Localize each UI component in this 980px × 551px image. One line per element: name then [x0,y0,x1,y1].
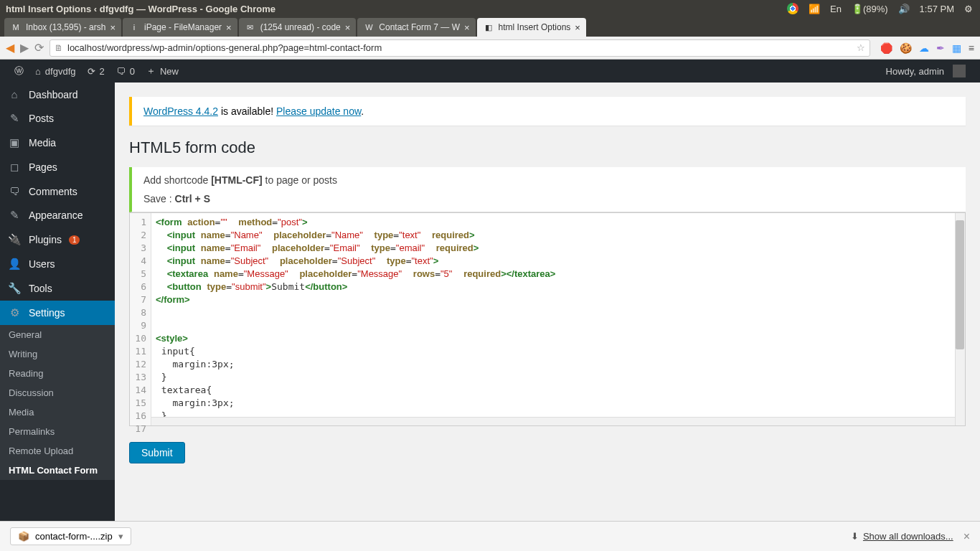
clock[interactable]: 1:57 PM [920,0,954,17]
sidebar-item-label: Appearance [29,209,83,221]
extension-icons: 🛑 🍪 ☁ ✒ ▦ ≡ [876,42,974,54]
feather-icon[interactable]: ✒ [936,42,945,54]
submenu-item[interactable]: Discussion [0,383,115,402]
sidebar-item-tools[interactable]: 🔧Tools [0,276,115,301]
submenu-item[interactable]: Permalinks [0,422,115,441]
sidebar-item-plugins[interactable]: 🔌Plugins 1 [0,227,115,252]
browser-tab[interactable]: ✉(1254 unread) - code× [239,18,357,37]
updates-link[interactable]: ⟳ 2 [82,66,110,77]
close-shelf-button[interactable]: × [963,530,970,543]
submenu-item[interactable]: General [0,325,115,344]
forward-button[interactable]: ▶ [20,41,29,55]
wifi-icon[interactable]: 📶 [809,0,820,17]
url-text: localhost/wordpress/wp-admin/options-gen… [67,42,382,53]
update-badge: 1 [69,235,80,245]
download-arrow-icon: ⬇ [851,531,859,542]
tab-label: (1254 unread) - code [260,22,341,32]
chrome-tab-strip: MInbox (13,595) - arsh×iiPage - FileMana… [0,17,980,37]
browser-tab[interactable]: ◧html Insert Options× [477,18,586,37]
bookmark-star-icon[interactable]: ☆ [857,42,865,53]
browser-tab[interactable]: WContact Form 7 — W× [357,18,475,37]
favicon-icon: ✉ [245,22,256,33]
code-area[interactable]: <form action="" method="post"> <input na… [151,213,965,425]
sidebar-item-label: Dashboard [29,89,78,100]
line-gutter: 1 2 3 4 5 6 7 8 9 10 11 12 13 14 15 16 1… [130,213,151,425]
address-bar[interactable]: 🗎 localhost/wordpress/wp-admin/options-g… [50,39,870,57]
tab-label: Contact Form 7 — W [379,22,460,32]
browser-tab[interactable]: iiPage - FileManager× [123,18,237,37]
cookie-icon[interactable]: 🍪 [900,42,912,54]
dashboard-icon: ⌂ [7,88,22,100]
sidebar-item-label: Settings [29,307,65,319]
wp-version-link[interactable]: WordPress 4.4.2 [143,105,218,117]
reload-button[interactable]: ⟳ [34,41,44,55]
comments-link[interactable]: 🗨 0 [110,66,141,77]
sidebar-item-pages[interactable]: ◻Pages [0,155,115,179]
sidebar-item-users[interactable]: 👤Users [0,252,115,276]
extension-icon[interactable]: ▦ [952,42,961,54]
browser-tab[interactable]: MInbox (13,595) - arsh× [4,18,121,37]
cloud-icon[interactable]: ☁ [919,42,929,54]
volume-icon[interactable]: 🔊 [898,0,910,17]
update-notice: WordPress 4.4.2 is available! Please upd… [129,97,966,126]
sidebar-item-media[interactable]: ▣Media [0,131,115,155]
submenu-item[interactable]: Remote Upload [0,441,115,461]
chrome-indicator-icon[interactable] [787,0,798,17]
download-item[interactable]: 📦 contact-form-....zip ▾ [10,527,131,545]
chevron-down-icon[interactable]: ▾ [118,531,123,542]
shortcode-info-box: Add shortcode [HTML-CF] to page or posts… [129,167,966,212]
submit-button[interactable]: Submit [129,442,185,463]
wp-logo[interactable]: ⓦ [9,65,29,77]
wp-admin-bar: ⓦ ⌂ dfgvdfg ⟳ 2 🗨 0 ＋ New Howdy, admin [0,60,980,83]
tab-label: iPage - FileManager [144,22,222,32]
sidebar-item-label: Plugins [29,234,62,245]
system-tray: 📶 En 🔋 (89%) 🔊 1:57 PM ⚙ [787,0,980,17]
close-tab-icon[interactable]: × [345,22,351,33]
close-tab-icon[interactable]: × [226,22,232,33]
horizontal-scrollbar[interactable] [151,417,955,425]
sidebar-item-appearance[interactable]: ✎Appearance [0,203,115,227]
users-icon: 👤 [7,258,22,270]
sidebar-item-label: Users [29,258,55,270]
sidebar-item-settings[interactable]: ⚙Settings [0,301,115,325]
sidebar-item-label: Tools [29,283,52,294]
show-all-downloads-link[interactable]: Show all downloads... [863,531,953,542]
code-editor[interactable]: 1 2 3 4 5 6 7 8 9 10 11 12 13 14 15 16 1… [129,212,966,426]
submenu-item[interactable]: Writing [0,344,115,364]
download-filename: contact-form-....zip [35,531,113,542]
sidebar-item-dashboard[interactable]: ⌂Dashboard [0,83,115,106]
sidebar-item-comments[interactable]: 🗨Comments [0,179,115,203]
submenu-item[interactable]: Media [0,402,115,422]
submenu-item[interactable]: HTML Contact Form [0,461,115,480]
language-indicator[interactable]: En [830,0,842,17]
submenu-item[interactable]: Reading [0,364,115,383]
media-icon: ▣ [7,136,22,149]
chrome-toolbar: ◀ ▶ ⟳ 🗎 localhost/wordpress/wp-admin/opt… [0,37,980,60]
vertical-scrollbar[interactable] [955,213,965,425]
pages-icon: ◻ [7,161,22,174]
adblock-icon[interactable]: 🛑 [880,42,892,54]
favicon-icon: i [128,22,140,33]
gear-icon[interactable]: ⚙ [964,0,973,17]
site-name[interactable]: ⌂ dfgvdfg [29,66,82,77]
close-tab-icon[interactable]: × [575,22,580,33]
close-tab-icon[interactable]: × [464,22,470,33]
plugins-icon: 🔌 [7,233,22,246]
account-menu[interactable]: Howdy, admin [880,65,971,77]
page-icon: 🗎 [55,43,63,53]
favicon-icon: W [363,22,374,33]
close-tab-icon[interactable]: × [110,22,116,33]
new-content[interactable]: ＋ New [141,65,184,77]
page-title: HTML5 form code [129,138,966,157]
favicon-icon: M [10,22,22,33]
avatar [953,65,966,77]
settings-icon: ⚙ [7,306,22,319]
favicon-icon: ◧ [483,22,494,33]
please-update-link[interactable]: Please update now [276,105,361,117]
chrome-menu-icon[interactable]: ≡ [969,42,974,54]
sidebar-item-posts[interactable]: ✎Posts [0,106,115,131]
admin-sidebar: ⌂Dashboard✎Posts▣Media◻Pages🗨Comments✎Ap… [0,83,115,521]
battery-indicator[interactable]: 🔋 (89%) [852,0,888,17]
back-button[interactable]: ◀ [6,41,14,55]
admin-content: WordPress 4.4.2 is available! Please upd… [115,83,980,521]
